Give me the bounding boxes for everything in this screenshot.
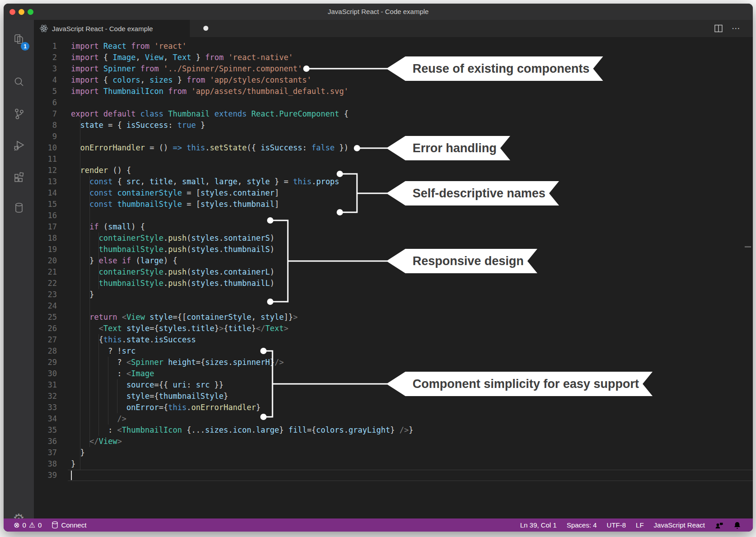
- code-line-9: [71, 131, 413, 142]
- line-number: 15: [34, 199, 61, 210]
- extensions-icon: [12, 170, 26, 184]
- indentation-setting[interactable]: Spaces: 4: [567, 521, 597, 529]
- sidebar-item-search[interactable]: [4, 70, 34, 95]
- gutter: 1234567891011121314151617181920212223242…: [34, 41, 61, 481]
- line-number: 10: [34, 142, 61, 154]
- database-icon: [12, 201, 26, 215]
- line-number: 30: [34, 368, 61, 379]
- sidebar-item-explorer[interactable]: 1: [4, 26, 34, 51]
- source-control-icon: [12, 107, 26, 121]
- code-line-3: import Spinner from '../Spinner/Spinner.…: [71, 63, 413, 75]
- line-number: 38: [34, 458, 61, 470]
- sidebar-item-source-control[interactable]: [4, 101, 34, 126]
- code-line-35: : <ThumbnailIcon {...sizes.icon.large} f…: [71, 425, 413, 436]
- sidebar-item-extensions[interactable]: [4, 164, 34, 190]
- line-number: 24: [34, 300, 61, 312]
- code-line-4: import { colors, sizes } from 'app/style…: [71, 75, 413, 86]
- line-number: 39: [34, 470, 61, 481]
- eol-setting[interactable]: LF: [636, 521, 644, 529]
- code-line-31: source={{ uri: src }}: [71, 379, 413, 391]
- connect-button[interactable]: Connect: [52, 521, 86, 529]
- vscode-window: JavaScript React - Code example 1: [4, 4, 753, 532]
- language-mode[interactable]: JavaScript React: [654, 521, 705, 529]
- line-number: 36: [34, 436, 61, 447]
- more-actions-icon[interactable]: ⋯: [732, 20, 741, 37]
- callout-self-descriptive-names: Self-descriptive names: [386, 181, 559, 205]
- editor-actions: ⋯: [714, 20, 753, 37]
- callout-reuse-of-existing-components: Reuse of existing components: [386, 56, 603, 81]
- line-number: 8: [34, 120, 61, 131]
- code-line-16: [71, 210, 413, 221]
- line-number: 7: [34, 108, 61, 120]
- code-line-11: [71, 154, 413, 165]
- warning-count: 0: [38, 521, 42, 529]
- line-number: 33: [34, 402, 61, 413]
- code-line-37: }: [71, 447, 413, 458]
- line-number: 12: [34, 165, 61, 176]
- bell-icon[interactable]: [733, 521, 741, 529]
- tab-bar: JavaScript React - Code example ⋯: [34, 20, 753, 37]
- callout-error-handling: Error handling: [386, 136, 510, 160]
- error-count: 0: [22, 521, 26, 529]
- connect-label: Connect: [61, 521, 86, 529]
- line-number: 3: [34, 63, 61, 75]
- line-number: 4: [34, 75, 61, 86]
- status-bar: ⊗ 0 ⚠ 0 Connect Ln 39, Col 1 Spaces: 4 U…: [4, 518, 753, 532]
- code-line-25: return <View style={[containerStyle, sty…: [71, 312, 413, 323]
- line-number: 13: [34, 176, 61, 187]
- line-number: 16: [34, 210, 61, 221]
- editor-pane[interactable]: 1234567891011121314151617181920212223242…: [34, 37, 753, 518]
- react-icon: [39, 24, 48, 33]
- callout-label: Responsive design: [413, 254, 524, 268]
- code-line-6: [71, 97, 413, 108]
- line-number: 22: [34, 278, 61, 289]
- code-line-1: import React from 'react': [71, 41, 413, 52]
- code-line-10: onErrorHandler = () => this.setState({ i…: [71, 142, 413, 154]
- problems-indicator[interactable]: ⊗ 0 ⚠ 0: [14, 521, 42, 529]
- code-line-20: } else if (large) {: [71, 255, 413, 266]
- unsaved-changes-dot[interactable]: [203, 26, 208, 31]
- code-line-24: [71, 300, 413, 312]
- activity-bar: 1: [4, 20, 34, 518]
- code-line-15: const thumbnailStyle = [styles.thumbnail…: [71, 199, 413, 210]
- explorer-badge: 1: [21, 42, 29, 51]
- callout-label: Error handling: [413, 141, 497, 155]
- code-line-21: containerStyle.push(styles.containerL): [71, 266, 413, 278]
- code-line-14: const containerStyle = [styles.container…: [71, 187, 413, 199]
- line-number: 11: [34, 154, 61, 165]
- sidebar-item-database[interactable]: [4, 195, 34, 220]
- sidebar-item-run-debug[interactable]: [4, 133, 34, 158]
- code-line-12: render () {: [71, 165, 413, 176]
- cursor-position[interactable]: Ln 39, Col 1: [520, 521, 557, 529]
- line-number: 14: [34, 187, 61, 199]
- warning-icon: ⚠: [29, 521, 35, 529]
- code-line-18: containerStyle.push(styles.sontainerS): [71, 233, 413, 244]
- line-number: 35: [34, 425, 61, 436]
- line-number: 31: [34, 379, 61, 391]
- code-line-34: />: [71, 413, 413, 425]
- tab-label: JavaScript React - Code example: [52, 25, 153, 33]
- line-number: 19: [34, 244, 61, 255]
- window-title: JavaScript React - Code example: [4, 4, 753, 20]
- code-line-28: ? !src: [71, 346, 413, 357]
- code-line-33: onError={this.onErrorHandler}: [71, 402, 413, 413]
- line-number: 28: [34, 346, 61, 357]
- line-number: 26: [34, 323, 61, 334]
- run-debug-icon: [12, 139, 26, 152]
- text-cursor: [71, 471, 72, 480]
- database-connect-icon: [52, 521, 58, 529]
- line-number: 29: [34, 357, 61, 368]
- line-number: 1: [34, 41, 61, 52]
- code-line-19: thumbnailStyle.push(styles.thumbnailS): [71, 244, 413, 255]
- line-number: 25: [34, 312, 61, 323]
- code-line-27: {this.state.isSuccess: [71, 334, 413, 346]
- callout-component-simplicity: Component simplicity for easy support: [386, 372, 653, 396]
- tab-javascript-react[interactable]: JavaScript React - Code example: [34, 20, 190, 37]
- encoding-setting[interactable]: UTF-8: [607, 521, 626, 529]
- code-line-38: }: [71, 458, 413, 470]
- code-line-32: style={thumbnailStyle}: [71, 391, 413, 402]
- feedback-icon[interactable]: [715, 521, 723, 529]
- line-number: 34: [34, 413, 61, 425]
- code-line-30: : <Image: [71, 368, 413, 379]
- split-editor-icon[interactable]: [714, 23, 723, 33]
